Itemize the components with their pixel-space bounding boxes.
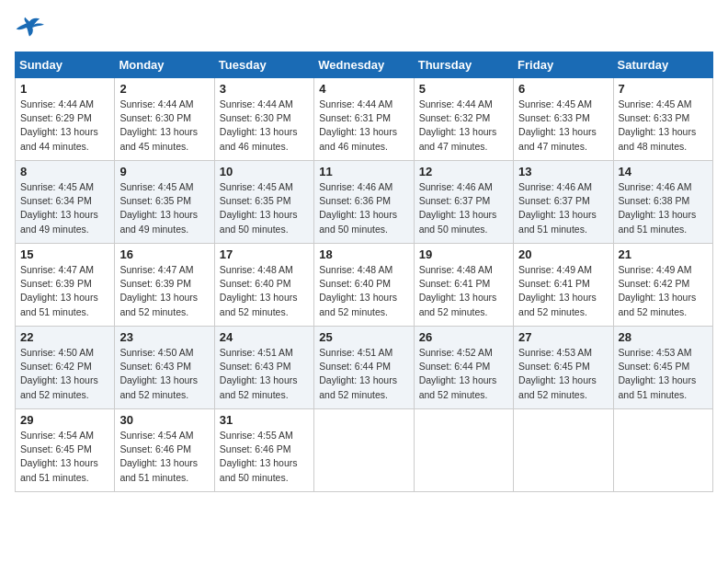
day-info: Sunrise: 4:44 AM Sunset: 6:30 PM Dayligh… — [220, 98, 309, 154]
calendar-cell — [314, 409, 414, 492]
day-number: 3 — [220, 82, 309, 96]
day-number: 21 — [619, 247, 708, 261]
calendar-cell: 4Sunrise: 4:44 AM Sunset: 6:31 PM Daylig… — [314, 78, 414, 161]
day-number: 23 — [119, 330, 209, 344]
day-number: 5 — [419, 82, 508, 96]
calendar-cell: 16Sunrise: 4:47 AM Sunset: 6:39 PM Dayli… — [115, 244, 214, 327]
calendar-cell: 3Sunrise: 4:44 AM Sunset: 6:30 PM Daylig… — [214, 78, 313, 161]
day-number: 28 — [619, 330, 708, 344]
day-info: Sunrise: 4:44 AM Sunset: 6:30 PM Dayligh… — [119, 98, 209, 154]
calendar-week-4: 22Sunrise: 4:50 AM Sunset: 6:42 PM Dayli… — [16, 327, 713, 409]
day-number: 26 — [419, 330, 508, 344]
day-number: 24 — [220, 330, 309, 344]
day-number: 6 — [518, 82, 608, 96]
day-info: Sunrise: 4:48 AM Sunset: 6:40 PM Dayligh… — [220, 263, 309, 319]
day-info: Sunrise: 4:48 AM Sunset: 6:41 PM Dayligh… — [419, 263, 508, 319]
day-number: 4 — [319, 82, 408, 96]
day-info: Sunrise: 4:52 AM Sunset: 6:44 PM Dayligh… — [419, 346, 508, 402]
day-info: Sunrise: 4:54 AM Sunset: 6:46 PM Dayligh… — [119, 429, 209, 485]
calendar-cell: 15Sunrise: 4:47 AM Sunset: 6:39 PM Dayli… — [16, 244, 115, 327]
day-number: 22 — [20, 330, 109, 344]
calendar-cell: 25Sunrise: 4:51 AM Sunset: 6:44 PM Dayli… — [314, 327, 414, 409]
header-wednesday: Wednesday — [314, 52, 414, 78]
calendar-table: SundayMondayTuesdayWednesdayThursdayFrid… — [15, 52, 713, 492]
day-number: 14 — [619, 165, 708, 178]
calendar-cell: 21Sunrise: 4:49 AM Sunset: 6:42 PM Dayli… — [613, 244, 712, 327]
header-thursday: Thursday — [414, 52, 513, 78]
day-info: Sunrise: 4:44 AM Sunset: 6:31 PM Dayligh… — [319, 98, 408, 154]
calendar-cell: 26Sunrise: 4:52 AM Sunset: 6:44 PM Dayli… — [414, 327, 513, 409]
day-number: 17 — [220, 247, 309, 261]
day-number: 31 — [220, 413, 309, 427]
day-number: 1 — [20, 82, 109, 96]
calendar-cell: 9Sunrise: 4:45 AM Sunset: 6:35 PM Daylig… — [115, 161, 214, 244]
calendar-header-row: SundayMondayTuesdayWednesdayThursdayFrid… — [16, 52, 713, 78]
day-number: 15 — [20, 247, 109, 261]
header-sunday: Sunday — [16, 52, 115, 78]
calendar-cell: 29Sunrise: 4:54 AM Sunset: 6:45 PM Dayli… — [16, 409, 115, 492]
header-saturday: Saturday — [613, 52, 712, 78]
calendar-cell: 30Sunrise: 4:54 AM Sunset: 6:46 PM Dayli… — [115, 409, 214, 492]
day-number: 18 — [319, 247, 408, 261]
logo-bird-icon — [15, 15, 44, 40]
calendar-cell: 20Sunrise: 4:49 AM Sunset: 6:41 PM Dayli… — [514, 244, 613, 327]
header-monday: Monday — [115, 52, 214, 78]
calendar-cell: 13Sunrise: 4:46 AM Sunset: 6:37 PM Dayli… — [514, 161, 613, 244]
calendar-cell: 28Sunrise: 4:53 AM Sunset: 6:45 PM Dayli… — [613, 327, 712, 409]
day-info: Sunrise: 4:50 AM Sunset: 6:42 PM Dayligh… — [20, 346, 109, 402]
calendar-cell: 27Sunrise: 4:53 AM Sunset: 6:45 PM Dayli… — [514, 327, 613, 409]
calendar-cell: 7Sunrise: 4:45 AM Sunset: 6:33 PM Daylig… — [613, 78, 712, 161]
day-info: Sunrise: 4:53 AM Sunset: 6:45 PM Dayligh… — [518, 346, 608, 402]
day-info: Sunrise: 4:45 AM Sunset: 6:34 PM Dayligh… — [20, 180, 109, 236]
header-tuesday: Tuesday — [214, 52, 313, 78]
calendar-week-2: 8Sunrise: 4:45 AM Sunset: 6:34 PM Daylig… — [16, 161, 713, 244]
calendar-cell: 17Sunrise: 4:48 AM Sunset: 6:40 PM Dayli… — [214, 244, 313, 327]
calendar-cell: 10Sunrise: 4:45 AM Sunset: 6:35 PM Dayli… — [214, 161, 313, 244]
day-info: Sunrise: 4:55 AM Sunset: 6:46 PM Dayligh… — [220, 429, 309, 485]
day-info: Sunrise: 4:44 AM Sunset: 6:29 PM Dayligh… — [20, 98, 109, 154]
logo — [15, 15, 46, 44]
day-number: 10 — [220, 165, 309, 178]
day-number: 27 — [518, 330, 608, 344]
day-info: Sunrise: 4:45 AM Sunset: 6:33 PM Dayligh… — [619, 98, 708, 154]
day-number: 12 — [419, 165, 508, 178]
day-number: 2 — [119, 82, 209, 96]
calendar-cell: 23Sunrise: 4:50 AM Sunset: 6:43 PM Dayli… — [115, 327, 214, 409]
calendar-cell: 5Sunrise: 4:44 AM Sunset: 6:32 PM Daylig… — [414, 78, 513, 161]
day-number: 20 — [518, 247, 608, 261]
header-friday: Friday — [514, 52, 613, 78]
day-info: Sunrise: 4:50 AM Sunset: 6:43 PM Dayligh… — [119, 346, 209, 402]
day-number: 25 — [319, 330, 408, 344]
calendar-cell: 24Sunrise: 4:51 AM Sunset: 6:43 PM Dayli… — [214, 327, 313, 409]
calendar-cell: 12Sunrise: 4:46 AM Sunset: 6:37 PM Dayli… — [414, 161, 513, 244]
day-info: Sunrise: 4:47 AM Sunset: 6:39 PM Dayligh… — [20, 263, 109, 319]
day-number: 30 — [119, 413, 209, 427]
calendar-cell: 31Sunrise: 4:55 AM Sunset: 6:46 PM Dayli… — [214, 409, 313, 492]
day-number: 19 — [419, 247, 508, 261]
day-info: Sunrise: 4:54 AM Sunset: 6:45 PM Dayligh… — [20, 429, 109, 485]
day-number: 8 — [20, 165, 109, 178]
day-number: 13 — [518, 165, 608, 178]
calendar-cell — [613, 409, 712, 492]
day-info: Sunrise: 4:51 AM Sunset: 6:44 PM Dayligh… — [319, 346, 408, 402]
day-info: Sunrise: 4:46 AM Sunset: 6:36 PM Dayligh… — [319, 180, 408, 236]
calendar-week-3: 15Sunrise: 4:47 AM Sunset: 6:39 PM Dayli… — [16, 244, 713, 327]
calendar-week-1: 1Sunrise: 4:44 AM Sunset: 6:29 PM Daylig… — [16, 78, 713, 161]
day-info: Sunrise: 4:51 AM Sunset: 6:43 PM Dayligh… — [220, 346, 309, 402]
calendar-cell: 1Sunrise: 4:44 AM Sunset: 6:29 PM Daylig… — [16, 78, 115, 161]
day-number: 29 — [20, 413, 109, 427]
calendar-cell: 8Sunrise: 4:45 AM Sunset: 6:34 PM Daylig… — [16, 161, 115, 244]
calendar-cell — [414, 409, 513, 492]
calendar-cell — [514, 409, 613, 492]
day-number: 7 — [619, 82, 708, 96]
day-info: Sunrise: 4:48 AM Sunset: 6:40 PM Dayligh… — [319, 263, 408, 319]
day-number: 16 — [119, 247, 209, 261]
calendar-cell: 2Sunrise: 4:44 AM Sunset: 6:30 PM Daylig… — [115, 78, 214, 161]
day-info: Sunrise: 4:47 AM Sunset: 6:39 PM Dayligh… — [119, 263, 209, 319]
day-info: Sunrise: 4:45 AM Sunset: 6:35 PM Dayligh… — [119, 180, 209, 236]
day-info: Sunrise: 4:46 AM Sunset: 6:37 PM Dayligh… — [518, 180, 608, 236]
calendar-cell: 6Sunrise: 4:45 AM Sunset: 6:33 PM Daylig… — [514, 78, 613, 161]
header — [15, 15, 713, 44]
calendar-cell: 22Sunrise: 4:50 AM Sunset: 6:42 PM Dayli… — [16, 327, 115, 409]
calendar-cell: 18Sunrise: 4:48 AM Sunset: 6:40 PM Dayli… — [314, 244, 414, 327]
